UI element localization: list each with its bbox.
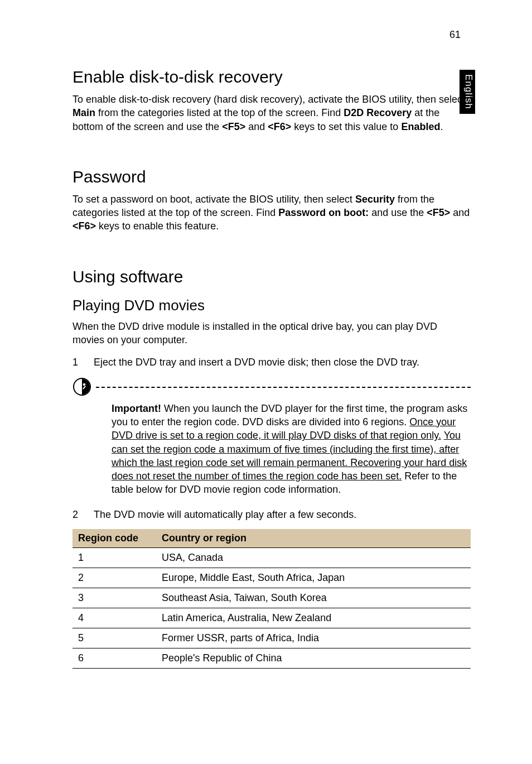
- note-icon: [72, 377, 91, 396]
- cell-code: 2: [72, 568, 156, 588]
- cell-country: Europe, Middle East, South Africa, Japan: [156, 568, 471, 588]
- text: keys to set this value to: [291, 121, 401, 132]
- heading-enable-recovery: Enable disk-to-disk recovery: [72, 67, 471, 87]
- text: keys to enable this feature.: [96, 220, 219, 232]
- important-note: Important! When you launch the DVD playe…: [72, 377, 471, 497]
- text: .: [440, 121, 443, 132]
- table-row: 4 Latin America, Australia, New Zealand: [72, 608, 471, 628]
- cell-code: 3: [72, 588, 156, 608]
- page-number: 61: [449, 29, 461, 41]
- heading-password: Password: [72, 167, 471, 187]
- bold-f6: <F6>: [268, 121, 291, 132]
- cell-code: 4: [72, 608, 156, 628]
- language-tab: English: [460, 70, 475, 114]
- text: To set a password on boot, activate the …: [72, 194, 355, 205]
- svg-point-1: [83, 383, 86, 386]
- bold-security: Security: [355, 194, 395, 205]
- table-body: 1 USA, Canada 2 Europe, Middle East, Sou…: [72, 548, 471, 669]
- bold-main: Main: [72, 107, 95, 118]
- cell-code: 1: [72, 548, 156, 568]
- cell-country: USA, Canada: [156, 548, 471, 568]
- cell-country: Southeast Asia, Taiwan, South Korea: [156, 588, 471, 608]
- step-number: 2: [72, 508, 79, 521]
- text: and: [450, 207, 470, 218]
- text: and: [245, 121, 268, 132]
- bold-f6: <F6>: [72, 220, 96, 232]
- bold-f5: <F5>: [427, 207, 450, 218]
- table-row: 1 USA, Canada: [72, 548, 471, 568]
- cell-code: 5: [72, 628, 156, 648]
- cell-country: Former USSR, parts of Africa, India: [156, 628, 471, 648]
- step-number: 1: [72, 355, 79, 369]
- table-row: 2 Europe, Middle East, South Africa, Jap…: [72, 568, 471, 588]
- table-header-country: Country or region: [156, 529, 471, 548]
- table-header-region-code: Region code: [72, 529, 156, 548]
- paragraph-password: To set a password on boot, activate the …: [72, 193, 471, 233]
- bold-d2d-recovery: D2D Recovery: [344, 107, 412, 118]
- paragraph-enable-recovery: To enable disk-to-disk recovery (hard di…: [72, 93, 471, 133]
- bold-f5: <F5>: [222, 121, 245, 132]
- table-row: 6 People's Republic of China: [72, 648, 471, 669]
- page: 61 English Enable disk-to-disk recovery …: [0, 0, 532, 764]
- cell-code: 6: [72, 648, 156, 669]
- step-text: The DVD movie will automatically play af…: [94, 508, 356, 521]
- heading-playing-dvd: Playing DVD movies: [72, 297, 471, 314]
- note-divider: [96, 387, 471, 388]
- step-2: 2 The DVD movie will automatically play …: [72, 508, 471, 521]
- step-text: Eject the DVD tray and insert a DVD movi…: [94, 355, 419, 369]
- region-code-table: Region code Country or region 1 USA, Can…: [72, 529, 471, 669]
- heading-using-software: Using software: [72, 267, 471, 287]
- text: from the categories listed at the top of…: [95, 107, 344, 118]
- paragraph-playing-dvd: When the DVD drive module is installed i…: [72, 320, 471, 347]
- bold-important: Important!: [112, 403, 161, 414]
- text: To enable disk-to-disk recovery (hard di…: [72, 94, 465, 105]
- step-1: 1 Eject the DVD tray and insert a DVD mo…: [72, 355, 471, 369]
- bold-password-on-boot: Password on boot:: [278, 207, 369, 218]
- note-body: Important! When you launch the DVD playe…: [112, 402, 471, 497]
- cell-country: People's Republic of China: [156, 648, 471, 669]
- bold-enabled: Enabled: [401, 121, 440, 132]
- steps-list-2: 2 The DVD movie will automatically play …: [72, 508, 471, 521]
- table-row: 5 Former USSR, parts of Africa, India: [72, 628, 471, 648]
- table-row: 3 Southeast Asia, Taiwan, South Korea: [72, 588, 471, 608]
- cell-country: Latin America, Australia, New Zealand: [156, 608, 471, 628]
- table-header-row: Region code Country or region: [72, 529, 471, 548]
- text: and use the: [369, 207, 427, 218]
- note-header: [72, 377, 471, 396]
- steps-list: 1 Eject the DVD tray and insert a DVD mo…: [72, 355, 471, 369]
